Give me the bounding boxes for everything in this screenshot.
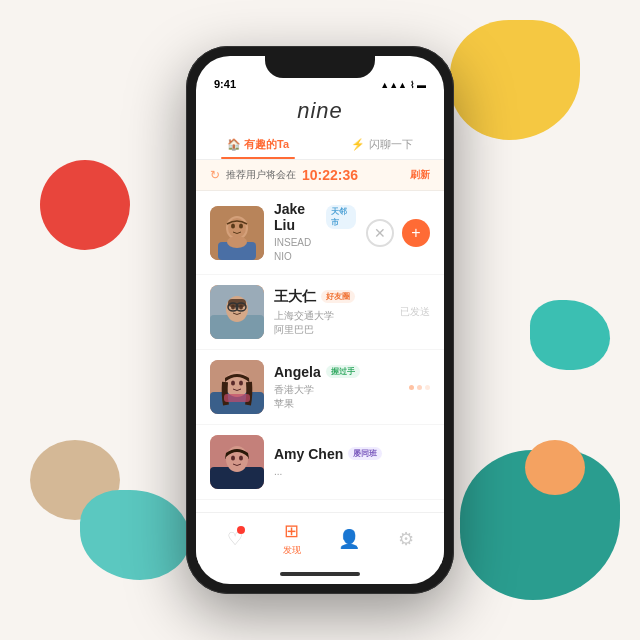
phone-notch bbox=[265, 56, 375, 78]
user-item-amy: Amy Chen 屡同班 ... bbox=[196, 425, 444, 500]
svg-point-4 bbox=[227, 236, 247, 248]
user-item-jake: Jake Liu 天邻市 INSEAD NIO ✕ + bbox=[196, 191, 444, 275]
svg-point-5 bbox=[231, 223, 235, 228]
user-item-angela: Angela 握过手 香港大学 苹果 bbox=[196, 350, 444, 425]
svg-point-25 bbox=[231, 456, 235, 461]
user-actions-wang: 已发送 bbox=[400, 305, 430, 319]
profile-icon: 👤 bbox=[338, 528, 360, 550]
phone-screen: 9:41 ▲▲▲ ⌇ ▬ nine 🏠 有趣的Ta ⚡ 闪聊一下 ↻ 推荐用户将… bbox=[196, 56, 444, 584]
status-time: 9:41 bbox=[214, 78, 236, 90]
user-detail-wang: 上海交通大学 阿里巴巴 bbox=[274, 309, 390, 337]
svg-point-6 bbox=[239, 223, 243, 228]
user-name-jake: Jake Liu bbox=[274, 201, 321, 233]
dot-1 bbox=[409, 385, 414, 390]
user-name-wang: 王大仁 bbox=[274, 288, 316, 306]
svg-point-19 bbox=[231, 381, 235, 386]
settings-icon: ⚙ bbox=[398, 528, 414, 550]
avatar-wang[interactable] bbox=[210, 285, 264, 339]
user-tag-amy: 屡同班 bbox=[348, 447, 382, 460]
refresh-icon: ↻ bbox=[210, 168, 220, 182]
refresh-prefix: 推荐用户将会在 bbox=[226, 168, 296, 182]
skip-button-jake[interactable]: ✕ bbox=[366, 219, 394, 247]
user-info-wang: 王大仁 好友圈 上海交通大学 阿里巴巴 bbox=[274, 288, 390, 337]
svg-rect-21 bbox=[224, 394, 250, 402]
bg-blob-orange bbox=[525, 440, 585, 495]
avatar-amy-svg bbox=[210, 435, 264, 489]
user-item-wang: 王大仁 好友圈 上海交通大学 阿里巴巴 已发送 bbox=[196, 275, 444, 350]
avatar-angela[interactable] bbox=[210, 360, 264, 414]
tab-interesting-label: 🏠 有趣的Ta bbox=[227, 138, 289, 150]
refresh-countdown: 10:22:36 bbox=[302, 167, 358, 183]
svg-point-20 bbox=[239, 381, 243, 386]
discover-icon: ⊞ bbox=[284, 520, 299, 542]
user-info-jake: Jake Liu 天邻市 INSEAD NIO bbox=[274, 201, 356, 264]
nav-badge-heart bbox=[237, 526, 245, 534]
user-name-row-amy: Amy Chen 屡同班 bbox=[274, 446, 420, 462]
user-tag-angela: 握过手 bbox=[326, 365, 360, 378]
user-name-row-wang: 王大仁 好友圈 bbox=[274, 288, 390, 306]
user-detail-amy: ... bbox=[274, 465, 420, 479]
user-info-angela: Angela 握过手 香港大学 苹果 bbox=[274, 364, 399, 411]
refresh-bar: ↻ 推荐用户将会在 10:22:36 刷新 bbox=[196, 160, 444, 191]
connect-button-jake[interactable]: + bbox=[402, 219, 430, 247]
refresh-button[interactable]: 刷新 bbox=[410, 168, 430, 182]
home-indicator bbox=[196, 564, 444, 584]
user-detail-jake: INSEAD NIO bbox=[274, 236, 356, 264]
avatar-wang-svg bbox=[210, 285, 264, 339]
avatar-angela-svg bbox=[210, 360, 264, 414]
nav-item-profile[interactable]: 👤 bbox=[320, 528, 377, 550]
app-logo: nine bbox=[196, 98, 444, 124]
user-name-angela: Angela bbox=[274, 364, 321, 380]
discover-label: 发现 bbox=[283, 544, 301, 557]
avatar-amy[interactable] bbox=[210, 435, 264, 489]
tabs: 🏠 有趣的Ta ⚡ 闪聊一下 bbox=[196, 130, 444, 160]
nav-item-discover[interactable]: ⊞ 发现 bbox=[263, 520, 320, 557]
svg-point-26 bbox=[239, 456, 243, 461]
action-buttons-jake: ✕ + bbox=[366, 219, 430, 247]
user-detail-angela: 香港大学 苹果 bbox=[274, 383, 399, 411]
wifi-icon: ⌇ bbox=[410, 80, 414, 90]
user-name-amy: Amy Chen bbox=[274, 446, 343, 462]
user-name-row-angela: Angela 握过手 bbox=[274, 364, 399, 380]
nav-item-settings[interactable]: ⚙ bbox=[377, 528, 434, 550]
user-actions-jake: ✕ + bbox=[366, 219, 430, 247]
bg-blob-yellow bbox=[450, 20, 580, 140]
dot-3 bbox=[425, 385, 430, 390]
home-bar bbox=[280, 572, 360, 576]
bg-blob-teal-top bbox=[530, 300, 610, 370]
user-tag-wang: 好友圈 bbox=[321, 290, 355, 303]
tab-flash[interactable]: ⚡ 闪聊一下 bbox=[320, 130, 444, 159]
phone-frame: 9:41 ▲▲▲ ⌇ ▬ nine 🏠 有趣的Ta ⚡ 闪聊一下 ↻ 推荐用户将… bbox=[186, 46, 454, 594]
signal-icon: ▲▲▲ bbox=[380, 80, 407, 90]
user-tag-jake: 天邻市 bbox=[326, 205, 356, 229]
user-name-row-jake: Jake Liu 天邻市 bbox=[274, 201, 356, 233]
user-actions-angela bbox=[409, 385, 430, 390]
bg-blob-cyan bbox=[80, 490, 190, 580]
bottom-nav: ♡ ⊞ 发现 👤 ⚙ bbox=[196, 512, 444, 564]
battery-icon: ▬ bbox=[417, 80, 426, 90]
tab-flash-label: ⚡ 闪聊一下 bbox=[351, 138, 412, 150]
avatar-jake-svg bbox=[210, 206, 264, 260]
user-info-amy: Amy Chen 屡同班 ... bbox=[274, 446, 420, 479]
status-icons: ▲▲▲ ⌇ ▬ bbox=[380, 80, 426, 90]
app-header: nine bbox=[196, 94, 444, 130]
sent-label-wang: 已发送 bbox=[400, 305, 430, 319]
tab-interesting[interactable]: 🏠 有趣的Ta bbox=[196, 130, 320, 159]
nav-item-heart[interactable]: ♡ bbox=[206, 528, 263, 550]
dot-2 bbox=[417, 385, 422, 390]
bg-blob-red bbox=[40, 160, 130, 250]
avatar-jake[interactable] bbox=[210, 206, 264, 260]
user-list: Jake Liu 天邻市 INSEAD NIO ✕ + bbox=[196, 191, 444, 512]
loading-dots-angela bbox=[409, 385, 430, 390]
